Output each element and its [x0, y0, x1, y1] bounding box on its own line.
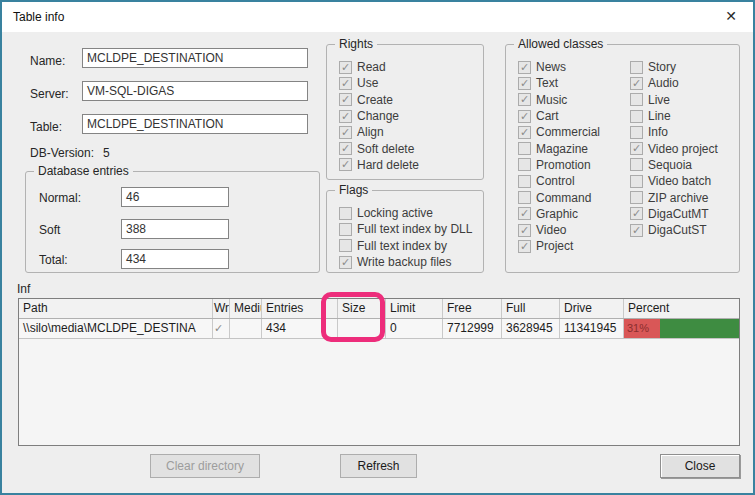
allowed-classes-group: Allowed classes ✓News ✓Text ✓Music ✓Cart…: [505, 44, 740, 273]
column-header-full[interactable]: Full: [502, 299, 560, 318]
column-header-write[interactable]: Wri: [213, 299, 230, 318]
checkbox-read[interactable]: ✓Read: [339, 59, 419, 75]
checkbox-icon: ✓: [518, 224, 531, 237]
checkbox-icon: ✓: [630, 142, 643, 155]
checkbox-line[interactable]: Line: [630, 108, 718, 124]
column-header-size[interactable]: Size: [338, 299, 386, 318]
checkbox-icon: ✓: [518, 93, 531, 106]
checkbox-info[interactable]: Info: [630, 124, 718, 140]
checkbox-icon: ✓: [518, 61, 531, 74]
checkbox-icon: [518, 158, 531, 171]
size-cell: [338, 319, 386, 338]
table-field[interactable]: MCLDPE_DESTINATION: [82, 114, 308, 134]
clear-directory-button[interactable]: Clear directory: [150, 454, 260, 478]
column-header-path[interactable]: Path: [19, 299, 213, 318]
checkbox-change[interactable]: ✓Change: [339, 108, 419, 124]
column-header-drive[interactable]: Drive: [560, 299, 624, 318]
column-header-limit[interactable]: Limit: [386, 299, 443, 318]
checkbox-full-text-index-by-dll[interactable]: Full text index by DLL: [339, 221, 472, 237]
path-cell: \\silo\media\MCLDPE_DESTINA: [19, 319, 213, 338]
checkbox-command[interactable]: Command: [518, 189, 600, 205]
checkbox-icon: ✓: [518, 240, 531, 253]
table-row[interactable]: \\silo\media\MCLDPE_DESTINA ✓ 434 0 7712…: [19, 319, 739, 339]
checkbox-digacutst[interactable]: ✓DigaCutST: [630, 222, 718, 238]
column-header-percent: Percent: [624, 299, 739, 318]
listview-header: Path Wri Medium Entries Size Limit Free …: [19, 299, 739, 319]
checkbox-icon: ✓: [339, 77, 352, 90]
checkbox-icon: ✓: [518, 126, 531, 139]
checkbox-hard-delete[interactable]: ✓Hard delete: [339, 157, 419, 173]
titlebar: Table info ✕: [2, 2, 753, 32]
checkbox-icon: ✓: [339, 158, 352, 171]
window-title: Table info: [13, 10, 64, 24]
checkbox-text[interactable]: ✓Text: [518, 75, 600, 91]
drive-cell: 11341945: [560, 319, 624, 338]
checkbox-control[interactable]: Control: [518, 173, 600, 189]
checkbox-project[interactable]: ✓Project: [518, 238, 600, 254]
checkbox-video-project[interactable]: ✓Video project: [630, 140, 718, 156]
checkbox-icon: ✓: [339, 93, 352, 106]
checkbox-live[interactable]: Live: [630, 92, 718, 108]
close-icon[interactable]: ✕: [722, 8, 740, 24]
table-label: Table:: [30, 120, 62, 134]
checkbox-use[interactable]: ✓Use: [339, 75, 419, 91]
db-version-value: 5: [103, 146, 110, 160]
soft-field[interactable]: 388: [121, 219, 229, 239]
close-button[interactable]: Close: [660, 454, 740, 478]
checkbox-zip-archive[interactable]: ZIP archive: [630, 189, 718, 205]
checkbox-promotion[interactable]: Promotion: [518, 157, 600, 173]
checkbox-story[interactable]: Story: [630, 59, 718, 75]
checkbox-icon: ✓: [339, 256, 352, 269]
checkbox-audio[interactable]: ✓Audio: [630, 75, 718, 91]
checkbox-write-backup-files[interactable]: ✓Write backup files: [339, 254, 472, 270]
server-label: Server:: [30, 87, 69, 101]
checkbox-icon: ✓: [630, 224, 643, 237]
checkbox-locking-active[interactable]: Locking active: [339, 205, 472, 221]
total-field[interactable]: 434: [121, 249, 229, 269]
entries-cell: 434: [262, 319, 338, 338]
server-field[interactable]: VM-SQL-DIGAS: [82, 81, 308, 101]
normal-label: Normal:: [39, 191, 81, 205]
name-field[interactable]: MCLDPE_DESTINATION: [82, 48, 308, 68]
checkbox-create[interactable]: ✓Create: [339, 92, 419, 108]
checkbox-digacutmt[interactable]: ✓DigaCutMT: [630, 206, 718, 222]
checkbox-commercial[interactable]: ✓Commercial: [518, 124, 600, 140]
percent-bar: 31%: [624, 319, 739, 338]
checkbox-icon: [518, 175, 531, 188]
checkbox-icon: ✓: [518, 110, 531, 123]
name-label: Name:: [30, 54, 65, 68]
checkbox-magazine[interactable]: Magazine: [518, 140, 600, 156]
checkbox-sequoia[interactable]: Sequoia: [630, 157, 718, 173]
write-checkmark-icon: ✓: [213, 319, 230, 338]
refresh-button[interactable]: Refresh: [340, 454, 417, 478]
column-header-entries[interactable]: Entries: [262, 299, 338, 318]
checkbox-music[interactable]: ✓Music: [518, 92, 600, 108]
checkbox-video[interactable]: ✓Video: [518, 222, 600, 238]
dialog-body: Name: MCLDPE_DESTINATION Server: VM-SQL-…: [2, 32, 753, 493]
flags-legend: Flags: [335, 183, 372, 197]
free-cell: 7712999: [443, 319, 502, 338]
checkbox-soft-delete[interactable]: ✓Soft delete: [339, 140, 419, 156]
checkbox-icon: [630, 93, 643, 106]
checkbox-icon: ✓: [339, 126, 352, 139]
checkbox-icon: ✓: [518, 207, 531, 220]
checkbox-news[interactable]: ✓News: [518, 59, 600, 75]
total-label: Total:: [39, 253, 68, 267]
checkbox-align[interactable]: ✓Align: [339, 124, 419, 140]
checkbox-icon: [630, 175, 643, 188]
db-version-label: DB-Version:: [30, 146, 94, 160]
checkbox-icon: [518, 191, 531, 204]
checkbox-full-text-index-by[interactable]: Full text index by: [339, 238, 472, 254]
checkbox-video-batch[interactable]: Video batch: [630, 173, 718, 189]
normal-field[interactable]: 46: [121, 187, 229, 207]
column-header-free[interactable]: Free: [443, 299, 502, 318]
checkbox-cart[interactable]: ✓Cart: [518, 108, 600, 124]
checkbox-icon: [630, 158, 643, 171]
percent-cell: 31%: [624, 319, 739, 338]
percent-used-bar: 31%: [624, 319, 660, 338]
column-header-medium[interactable]: Medium: [230, 299, 262, 318]
table-info-dialog: Table info ✕ Name: MCLDPE_DESTINATION Se…: [0, 0, 755, 495]
checkbox-icon: [630, 61, 643, 74]
checkbox-icon: [339, 207, 352, 220]
checkbox-graphic[interactable]: ✓Graphic: [518, 206, 600, 222]
